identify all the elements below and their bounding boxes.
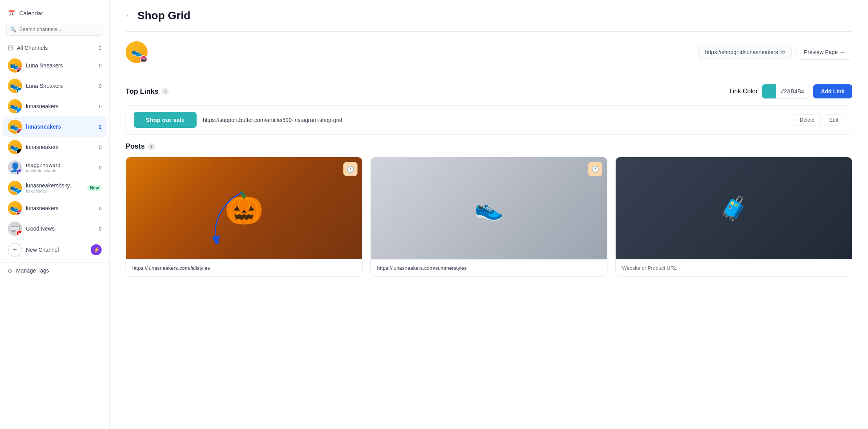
preview-page-button[interactable]: Preview Page →: [797, 45, 852, 60]
sidebar-all-channels[interactable]: ⊟ All Channels 3: [0, 40, 109, 55]
tt-badge: ♪: [16, 149, 22, 154]
posts-info-icon[interactable]: i: [148, 143, 155, 150]
channel-count: 0: [99, 144, 102, 150]
avatar: 👟 📷: [8, 120, 22, 134]
manage-tags-label: Manage Tags: [16, 267, 49, 274]
back-button[interactable]: ←: [126, 12, 133, 20]
ig-badge: 📷: [16, 128, 22, 134]
avatar: 👤 M: [8, 160, 22, 175]
sidebar-item-luna3[interactable]: 👟 ☁ lunasneakers 0: [0, 96, 109, 116]
new-badge: New: [87, 185, 102, 191]
all-channels-count: 3: [99, 45, 102, 51]
yt-badge: ▶: [16, 230, 22, 236]
post-image-1: [126, 157, 362, 259]
copy-icon[interactable]: ⧉: [781, 49, 785, 56]
plus-icon: +: [8, 243, 22, 257]
scheduled-badge-2: 🕐: [588, 162, 602, 176]
post-image-3: [616, 157, 852, 259]
avatar: 📰 ▶: [8, 222, 22, 236]
sidebar-item-magg[interactable]: 👤 M maggzhoward mastodon.world 0: [0, 157, 109, 178]
top-links-label: Top Links: [126, 87, 159, 96]
channel-name: Good News: [26, 225, 95, 232]
link-actions: Delete Edit: [794, 114, 844, 125]
channel-subdomain: bsky.social: [26, 189, 83, 193]
manage-tags[interactable]: ◇ Manage Tags: [0, 262, 109, 278]
top-links-section: Top Links i Link Color #2AB4B4 Add Link …: [126, 84, 852, 135]
channel-name: Luna Sneakers: [26, 83, 95, 89]
sidebar: 📅 Calendar 🔍 ⊟ All Channels 3 👟 📷 Luna S…: [0, 0, 110, 429]
channel-count: 0: [99, 205, 102, 211]
link-color-label: Link Color: [729, 88, 758, 95]
channel-count: 0: [99, 63, 102, 69]
sidebar-item-goodnews[interactable]: 📰 ▶ Good News 0: [0, 218, 109, 239]
post-url-input-3[interactable]: [616, 259, 852, 276]
channel-name: lunasneakers: [26, 124, 95, 130]
avatar: 👟 📷: [8, 58, 22, 73]
post-url-input-1[interactable]: [126, 259, 362, 276]
main-content: ← Shop Grid 👟 📷 https://shopgr.id/lunasn…: [110, 0, 868, 429]
sidebar-calendar[interactable]: 📅 Calendar: [0, 6, 109, 23]
post-image-2: [371, 157, 607, 259]
top-links-header: Top Links i Link Color #2AB4B4 Add Link: [126, 84, 852, 99]
mastodon-badge: M: [16, 169, 22, 175]
sidebar-item-luna5[interactable]: 👟 ♪ lunasneakers 0: [0, 137, 109, 157]
top-links-title: Top Links i: [126, 87, 169, 96]
all-channels-label: All Channels: [17, 45, 48, 51]
link-color-wrap: Link Color #2AB4B4 Add Link: [729, 84, 852, 99]
channel-count: 0: [99, 104, 102, 109]
channel-count: 0: [99, 226, 102, 232]
url-display: https://shopgr.id/lunasneakers ⧉: [698, 45, 792, 60]
color-swatch[interactable]: [762, 84, 776, 98]
tags-icon: ◇: [8, 267, 12, 274]
bsky-badge: ☁: [16, 189, 22, 195]
add-link-button[interactable]: Add Link: [813, 84, 852, 98]
url-text: https://shopgr.id/lunasneakers: [705, 49, 778, 55]
channel-name: Luna Sneakers: [26, 62, 95, 69]
avatar: 👟 in: [8, 79, 22, 93]
top-bar: 👟 📷 https://shopgr.id/lunasneakers ⧉ Pre…: [126, 41, 852, 71]
channel-name: lunasneakers: [26, 205, 95, 211]
channel-count: 2: [99, 124, 102, 130]
channel-name: lunasneakers: [26, 103, 95, 109]
ig-badge: 📷: [16, 67, 22, 73]
post-url-input-2[interactable]: [371, 259, 607, 276]
color-hex-label: #2AB4B4: [776, 88, 809, 95]
link-url: https://support.buffer.com/article/590-i…: [203, 117, 788, 123]
channel-name: lunasneakers: [26, 144, 95, 150]
scheduled-badge-1: 🕐: [343, 162, 357, 176]
link-row: Shop our sale https://support.buffer.com…: [126, 105, 852, 135]
top-links-info-icon[interactable]: i: [162, 88, 169, 95]
delete-link-button[interactable]: Delete: [794, 114, 821, 125]
search-input[interactable]: [6, 23, 103, 36]
profile-avatar-wrap: 👟 📷: [126, 41, 148, 63]
link-btn-preview[interactable]: Shop our sale: [134, 112, 197, 128]
channel-name: lunasneakersbsky...: [26, 182, 83, 189]
new-channel-item[interactable]: + New Channel ⚡: [0, 239, 109, 261]
sidebar-item-luna2[interactable]: 👟 in Luna Sneakers 0: [0, 76, 109, 96]
lightning-badge: ⚡: [91, 244, 102, 255]
color-swatch-wrap[interactable]: #2AB4B4: [762, 84, 809, 99]
posts-label: Posts: [126, 142, 145, 151]
channel-name: maggzhoward: [26, 162, 95, 168]
page-header: ← Shop Grid: [126, 9, 852, 22]
profile-ig-badge: 📷: [140, 55, 148, 63]
profile-emoji: 👟: [131, 47, 142, 57]
sidebar-item-luna4-active[interactable]: 👟 📷 lunasneakers 2: [3, 116, 106, 137]
sidebar-item-lunabsky[interactable]: 👟 ☁ lunasneakersbsky... bsky.social New: [0, 178, 109, 198]
page-title: Shop Grid: [137, 9, 190, 22]
posts-title: Posts i: [126, 142, 852, 151]
post-card-1: 🕐: [126, 157, 363, 277]
sidebar-item-luna6[interactable]: 👟 📷 lunasneakers 0: [0, 198, 109, 218]
channel-count: 0: [99, 165, 102, 171]
header-divider: [126, 31, 852, 32]
sidebar-item-luna1[interactable]: 👟 📷 Luna Sneakers 0: [0, 55, 109, 76]
posts-section: Posts i 🕐: [126, 142, 852, 277]
avatar: 👟 ♪: [8, 140, 22, 154]
channel-count: 0: [99, 83, 102, 89]
bsky-badge: ☁: [16, 108, 22, 113]
all-channels-icon: ⊟: [8, 44, 14, 52]
channel-subdomain: mastodon.world: [26, 168, 95, 173]
calendar-icon: 📅: [8, 9, 15, 16]
edit-link-button[interactable]: Edit: [824, 114, 844, 125]
post-card-2: 🕐: [370, 157, 607, 277]
